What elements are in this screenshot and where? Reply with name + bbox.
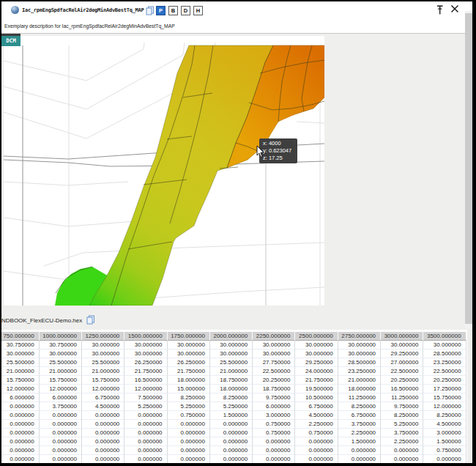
value-cell[interactable]: 8.250000 [338, 402, 381, 411]
view-button-h[interactable]: H [193, 6, 203, 15]
value-cell[interactable]: 12.000000 [40, 385, 82, 393]
value-cell[interactable]: 30.000000 [168, 341, 210, 350]
column-header[interactable]: 2000.000000 [210, 332, 253, 341]
value-cell[interactable]: 1.500000 [210, 411, 253, 420]
value-cell[interactable]: 0.000000 [82, 437, 124, 446]
value-cell[interactable]: 30.000000 [295, 341, 338, 350]
value-cell[interactable]: 0.000000 [82, 446, 124, 455]
value-cell[interactable]: 9.750000 [381, 402, 423, 411]
column-header[interactable]: 1000.000000 [40, 332, 82, 341]
pin-icon[interactable] [435, 4, 445, 15]
column-header[interactable]: 2250.000000 [253, 332, 295, 341]
copy-icon[interactable] [146, 6, 155, 15]
value-cell[interactable]: 8.250000 [168, 393, 210, 402]
value-cell[interactable]: 7.500000 [124, 393, 167, 402]
value-cell[interactable]: 22.500000 [423, 367, 466, 376]
value-cell[interactable]: 0.000000 [40, 446, 82, 455]
value-cell[interactable]: 0.000000 [40, 429, 82, 437]
value-cell[interactable]: 6.750000 [338, 411, 381, 420]
value-cell[interactable]: 0.000000 [338, 455, 381, 463]
value-cell[interactable]: 3.000000 [423, 429, 466, 437]
value-cell[interactable]: 0.000000 [1, 437, 40, 446]
value-cell[interactable]: 0.000000 [253, 455, 295, 463]
value-cell[interactable]: 18.750000 [253, 385, 295, 393]
value-cell[interactable]: 22.500000 [253, 367, 295, 376]
value-cell[interactable]: 3.000000 [253, 411, 295, 420]
value-cell[interactable]: 8.250000 [381, 411, 423, 420]
value-cell[interactable]: 19.500000 [295, 385, 338, 393]
value-cell[interactable]: 0.000000 [168, 446, 210, 455]
value-cell[interactable]: 0.000000 [82, 420, 124, 429]
value-cell[interactable]: 0.000000 [1, 455, 40, 463]
value-cell[interactable]: 2.250000 [338, 429, 381, 437]
value-cell[interactable]: 20.250000 [253, 376, 295, 385]
value-cell[interactable]: 0.000000 [338, 446, 381, 455]
value-cell[interactable]: 21.000000 [338, 376, 381, 385]
value-cell[interactable]: 0.000000 [124, 411, 167, 420]
value-cell[interactable]: 30.000000 [253, 350, 295, 358]
value-cell[interactable]: 30.000000 [82, 341, 124, 350]
value-cell[interactable]: 0.000000 [423, 455, 466, 463]
value-cell[interactable]: 0.000000 [1, 429, 40, 437]
value-cell[interactable]: 29.250000 [381, 350, 423, 358]
value-cell[interactable]: 0.750000 [253, 420, 295, 429]
value-cell[interactable]: 0.000000 [168, 429, 210, 437]
value-cell[interactable]: 0.000000 [124, 420, 167, 429]
value-cell[interactable]: 30.750000 [40, 341, 82, 350]
value-cell[interactable]: 10.500000 [295, 393, 338, 402]
value-cell[interactable]: 18.750000 [210, 376, 253, 385]
value-cell[interactable]: 30.750000 [1, 341, 40, 350]
value-cell[interactable]: 4.500000 [423, 420, 466, 429]
value-cell[interactable]: 23.250000 [423, 358, 466, 367]
value-cell[interactable]: 30.000000 [338, 341, 381, 350]
column-header[interactable]: 750.000000 [1, 332, 40, 341]
value-cell[interactable]: 0.000000 [210, 437, 253, 446]
value-cell[interactable]: 12.000000 [124, 385, 167, 393]
value-cell[interactable]: 23.250000 [338, 367, 381, 376]
value-cell[interactable]: 0.000000 [124, 446, 167, 455]
value-cell[interactable]: 21.750000 [124, 367, 167, 376]
value-cell[interactable]: 5.250000 [210, 402, 253, 411]
value-cell[interactable]: 27.000000 [381, 358, 423, 367]
value-cell[interactable]: 30.000000 [253, 341, 295, 350]
value-cell[interactable]: 3.750000 [40, 402, 82, 411]
value-cell[interactable]: 15.750000 [423, 393, 466, 402]
dataset-copy-icon[interactable] [86, 315, 95, 325]
column-header[interactable]: 1500.000000 [124, 332, 167, 341]
value-cell[interactable]: 27.750000 [253, 358, 295, 367]
value-cell[interactable]: 5.250000 [168, 402, 210, 411]
value-cell[interactable]: 4.500000 [82, 402, 124, 411]
value-cell[interactable]: 8.250000 [210, 393, 253, 402]
value-cell[interactable]: 0.000000 [295, 437, 338, 446]
value-cell[interactable]: 3.750000 [381, 429, 423, 437]
value-cell[interactable]: 0.000000 [168, 437, 210, 446]
value-cell[interactable]: 30.000000 [295, 350, 338, 358]
view-button-physical[interactable]: P [156, 6, 166, 15]
value-cell[interactable]: 1.500000 [423, 437, 466, 446]
view-button-d[interactable]: D [181, 6, 190, 15]
column-header[interactable]: 1250.000000 [82, 332, 124, 341]
value-cell[interactable]: 30.000000 [1, 350, 40, 358]
vertical-scrollbar[interactable] [465, 11, 472, 329]
value-cell[interactable]: 30.000000 [124, 350, 167, 358]
value-cell[interactable]: 21.000000 [210, 367, 253, 376]
value-cell[interactable]: 21.750000 [168, 367, 210, 376]
column-header[interactable]: 3000.000000 [381, 332, 423, 341]
value-cell[interactable]: 30.000000 [338, 350, 381, 358]
value-cell[interactable]: 21.000000 [82, 367, 124, 376]
value-cell[interactable]: 11.250000 [381, 393, 423, 402]
value-cell[interactable]: 0.000000 [1, 402, 40, 411]
column-header[interactable]: 1750.000000 [168, 332, 210, 341]
value-cell[interactable]: 3.750000 [338, 420, 381, 429]
value-cell[interactable]: 0.000000 [210, 446, 253, 455]
value-cell[interactable]: 21.750000 [295, 376, 338, 385]
value-cell[interactable]: 12.000000 [1, 385, 40, 393]
value-cell[interactable]: 0.000000 [1, 446, 40, 455]
value-cell[interactable]: 25.500000 [210, 358, 253, 367]
value-cell[interactable]: 28.500000 [338, 358, 381, 367]
view-button-b[interactable]: B [168, 6, 178, 15]
value-cell[interactable]: 0.000000 [168, 455, 210, 463]
value-cell[interactable]: 30.000000 [124, 341, 167, 350]
value-cell[interactable]: 0.000000 [210, 455, 253, 463]
value-cell[interactable]: 6.750000 [295, 402, 338, 411]
